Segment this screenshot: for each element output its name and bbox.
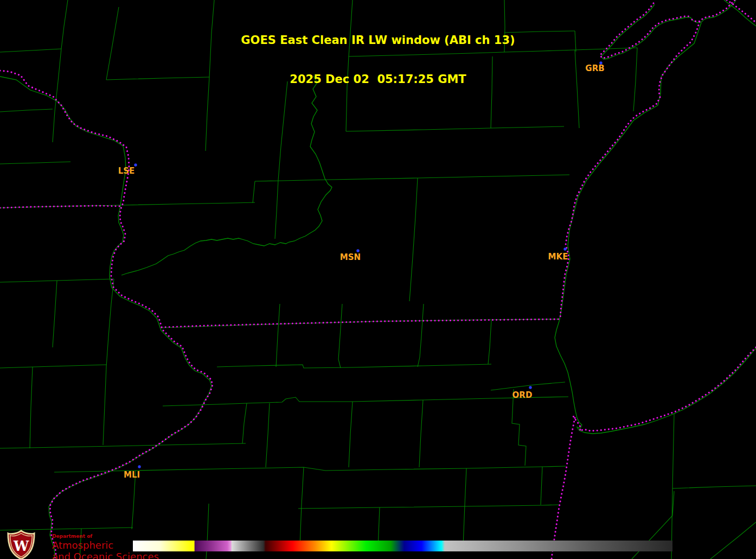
county-boundary-line: [463, 468, 466, 545]
station-marker: [563, 247, 566, 250]
county-boundary-line: [0, 365, 106, 368]
state-border-dotted-line: [573, 347, 756, 431]
station-marker: [138, 465, 140, 468]
county-boundary-line: [541, 467, 542, 505]
logo-dept-line: Department of: [52, 534, 159, 539]
county-boundary-line: [103, 367, 106, 445]
logo-line-1: Atmospheric: [52, 541, 159, 550]
county-boundary-line: [217, 364, 491, 368]
county-boundary-line: [491, 382, 565, 390]
image-title: GOES East Clean IR LW window (ABI ch 13)…: [0, 8, 756, 112]
county-boundary-line: [53, 281, 57, 347]
shoreline: [0, 77, 212, 559]
station-layer: GRBLSEMSNMKEORDMLI: [118, 61, 605, 480]
county-boundary-line: [266, 403, 270, 467]
county-boundary-line: [276, 304, 280, 367]
county-boundary-line: [121, 202, 255, 205]
county-boundary-line: [298, 505, 559, 509]
station-label: MSN: [340, 252, 361, 262]
temperature-colorbar: [133, 541, 672, 551]
station-label: MKE: [548, 252, 568, 262]
state-border-dotted-line: [0, 71, 213, 559]
county-boundary-line: [488, 320, 491, 364]
county-boundary-line: [30, 367, 33, 448]
county-boundary-line: [512, 389, 526, 466]
station-label: MLI: [124, 470, 140, 480]
satellite-image-viewport: GRBLSEMSNMKEORDMLI GOES East Clean IR LW…: [0, 0, 756, 559]
uw-crest-icon: W: [4, 529, 38, 559]
county-boundary-line: [418, 304, 424, 367]
county-boundary-line: [710, 522, 756, 559]
title-line-2: 2025 Dec 02 05:17:25 GMT: [0, 73, 756, 86]
county-boundary-line: [338, 304, 342, 368]
station-label: ORD: [512, 390, 533, 400]
county-boundary-line: [0, 443, 246, 448]
state-border-dotted-line: [552, 418, 575, 559]
svg-text:W: W: [13, 538, 29, 554]
station-label: LSE: [118, 166, 135, 176]
county-boundary-line: [253, 181, 255, 203]
station-marker: [356, 249, 359, 252]
county-boundary-line: [0, 162, 71, 164]
county-boundary-line: [300, 467, 304, 545]
county-boundary-line: [349, 402, 353, 467]
uw-aos-logo: W Department of Atmospheric and Oceanic …: [4, 529, 159, 559]
county-boundary-line: [255, 175, 569, 181]
title-line-1: GOES East Clean IR LW window (ABI ch 13): [0, 34, 756, 47]
county-boundary-line: [346, 126, 564, 131]
county-boundary-line: [106, 279, 114, 367]
station-marker: [529, 386, 531, 389]
logo-line-2: and Oceanic Sciences: [52, 552, 159, 559]
county-boundary-line: [672, 486, 756, 488]
county-boundary-line: [409, 178, 418, 301]
county-boundary-line: [419, 400, 423, 467]
county-boundary-line: [242, 403, 247, 443]
county-boundary-line: [671, 414, 674, 559]
county-boundary-line: [275, 180, 278, 239]
logo-text: Department of Atmospheric and Oceanic Sc…: [52, 529, 159, 559]
